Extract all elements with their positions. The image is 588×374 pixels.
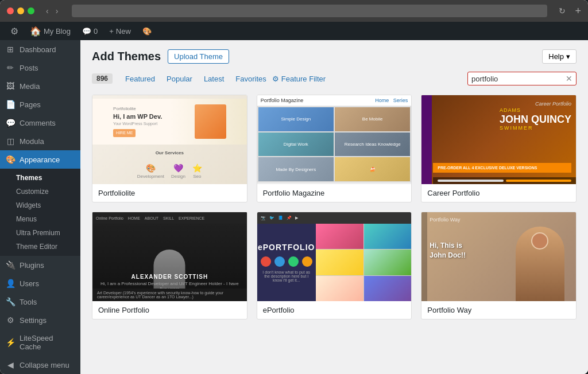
sidebar-item-appearance[interactable]: 🎨 Appearance <box>0 150 80 169</box>
sidebar-item-dashboard[interactable]: ⊞ Dashboard <box>0 40 80 59</box>
sidebar: ⊞ Dashboard ✏ Posts 🖼 Media 📄 Pages 💬 Co… <box>0 40 80 374</box>
feature-filter-label: Feature Filter <box>281 75 326 83</box>
reload-icon[interactable]: ↻ <box>559 6 566 15</box>
page-title: Add Themes <box>92 50 161 63</box>
content-header: Add Themes Upload Theme Help ▾ <box>92 49 577 64</box>
nav-arrows: ‹ › <box>44 5 60 17</box>
theme-card-career-portfolio[interactable]: Career Portfolio ADAMS JOHN QUINCY SWIMM… <box>421 95 577 202</box>
sidebar-label-collapse: Collapse menu <box>20 361 69 369</box>
sidebar-label-tools: Tools <box>20 298 37 306</box>
theme-thumb-eportfolio: 📷🐦📘📌▶ ePORTFOLIO <box>257 212 412 301</box>
theme-card-portfoliolite[interactable]: Portfoliolite Hi, I am WP Dev. Your Word… <box>92 95 247 202</box>
tab-favorites[interactable]: Favorites <box>230 72 272 85</box>
sidebar-item-users[interactable]: 👤 Users <box>0 274 80 293</box>
sidebar-item-comments[interactable]: 💬 Comments <box>0 114 80 132</box>
sidebar-label-users: Users <box>20 279 39 288</box>
tab-latest[interactable]: Latest <box>198 72 230 85</box>
sidebar-sub-customize[interactable]: Customize <box>0 185 80 198</box>
appearance-icon: 🎨 <box>6 155 15 164</box>
theme-name-eportfolio: ePortfolio <box>257 301 412 319</box>
sidebar-item-plugins[interactable]: 🔌 Plugins <box>0 256 80 274</box>
sidebar-item-tools[interactable]: 🔧 Tools <box>0 293 80 311</box>
content-area: Add Themes Upload Theme Help ▾ 896 Featu… <box>80 40 588 374</box>
sidebar-sub-theme-editor[interactable]: Theme Editor <box>0 240 80 254</box>
wp-admin-bar: ⚙ 🏠 My Blog 💬 0 + New 🎨 <box>0 22 588 40</box>
admin-bar-comments[interactable]: 💬 0 <box>76 22 103 40</box>
theme-card-eportfolio[interactable]: 📷🐦📘📌▶ ePORTFOLIO <box>257 212 412 320</box>
sidebar-sub-appearance: Themes Customize Widgets Menus Ultra Pre… <box>0 169 80 256</box>
sidebar-label-litespeed: LiteSpeed Cache <box>20 334 75 351</box>
sidebar-label-comments: Comments <box>20 119 56 127</box>
sidebar-label-modula: Modula <box>20 137 44 146</box>
sub-customize-label: Customize <box>16 188 49 196</box>
sidebar-sub-widgets[interactable]: Widgets <box>0 198 80 212</box>
sub-themes-label: Themes <box>16 174 42 182</box>
forward-button[interactable]: › <box>53 5 61 17</box>
sidebar-sub-menus[interactable]: Menus <box>0 212 80 226</box>
wp-logo-icon: ⚙ <box>10 26 18 37</box>
theme-name-portfoliolite: Portfoliolite <box>92 184 247 202</box>
litespeed-icon: ⚡ <box>6 338 15 347</box>
sidebar-item-litespeed[interactable]: ⚡ LiteSpeed Cache <box>0 329 80 356</box>
sub-widgets-label: Widgets <box>16 201 41 209</box>
sidebar-label-media: Media <box>20 82 40 91</box>
search-input[interactable] <box>471 75 563 83</box>
theme-thumb-career-portfolio: Career Portfolio ADAMS JOHN QUINCY SWIMM… <box>421 95 576 184</box>
admin-bar-new-label: New <box>116 27 131 36</box>
admin-bar-blog-label: My Blog <box>44 27 71 36</box>
admin-bar-wp-logo[interactable]: ⚙ <box>5 22 24 40</box>
tab-popular[interactable]: Popular <box>161 72 198 85</box>
theme-count-badge: 896 <box>92 73 113 84</box>
sidebar-item-media[interactable]: 🖼 Media <box>0 77 80 95</box>
help-button[interactable]: Help ▾ <box>542 49 577 64</box>
theme-card-portfolio-way[interactable]: Portfolio Way Hi, This isJohn Doc!! Port… <box>421 212 577 320</box>
theme-card-portfolio-magazine[interactable]: Portfolio Magazine Home Series Simple De… <box>257 95 412 202</box>
gear-icon: ⚙ <box>272 75 279 83</box>
main-layout: ⊞ Dashboard ✏ Posts 🖼 Media 📄 Pages 💬 Co… <box>0 40 588 374</box>
browser-window: ‹ › ↻ + ⚙ 🏠 My Blog 💬 0 + New 🎨 <box>0 0 588 374</box>
new-tab-button[interactable]: + <box>575 5 581 17</box>
maximize-button[interactable] <box>28 7 34 14</box>
sub-menus-label: Menus <box>16 215 37 223</box>
sidebar-label-plugins: Plugins <box>20 261 44 270</box>
hero-area: Portfoliolite Hi, I am WP Dev. Your Word… <box>92 99 247 145</box>
window-controls <box>7 7 34 14</box>
address-bar[interactable] <box>72 5 547 17</box>
sidebar-label-pages: Pages <box>20 100 41 109</box>
back-button[interactable]: ‹ <box>44 5 51 17</box>
sub-theme-editor-label: Theme Editor <box>16 243 57 251</box>
sidebar-item-collapse[interactable]: ◀ Collapse menu <box>0 356 80 374</box>
titlebar: ‹ › ↻ + <box>0 0 588 22</box>
clear-search-icon[interactable]: ✕ <box>566 74 572 83</box>
sidebar-item-posts[interactable]: ✏ Posts <box>0 59 80 77</box>
theme-name-online-portfolio: Online Portfolio <box>92 301 247 319</box>
sidebar-sub-themes[interactable]: Themes <box>0 171 80 185</box>
tools-icon: 🔧 <box>6 297 15 306</box>
upload-theme-button[interactable]: Upload Theme <box>168 49 229 64</box>
career-sub: SWIMMER <box>500 124 571 132</box>
close-button[interactable] <box>7 7 14 14</box>
home-icon: 🏠 <box>30 26 41 37</box>
help-label: Help <box>548 52 564 61</box>
sidebar-item-settings[interactable]: ⚙ Settings <box>0 311 80 329</box>
career-name: JOHN QUINCY <box>500 114 571 124</box>
minimize-button[interactable] <box>17 7 24 14</box>
admin-bar-my-blog[interactable]: 🏠 My Blog <box>24 22 76 40</box>
customize-icon: 🎨 <box>142 27 152 36</box>
theme-card-online-portfolio[interactable]: Online Portfolio HOMEABOUTSKILLEXPERIENC… <box>92 212 247 320</box>
admin-bar-customize[interactable]: 🎨 <box>137 22 157 40</box>
feature-filter-button[interactable]: ⚙ Feature Filter <box>272 75 326 83</box>
comment-icon: 💬 <box>82 27 91 36</box>
plus-icon: + <box>109 27 114 36</box>
admin-bar-new[interactable]: + New <box>103 22 137 40</box>
media-icon: 🖼 <box>6 81 15 91</box>
theme-name-portfolio-way: Portfolio Way <box>421 301 576 319</box>
sidebar-label-settings: Settings <box>20 316 47 325</box>
settings-icon: ⚙ <box>6 315 15 325</box>
sidebar-item-pages[interactable]: 📄 Pages <box>0 95 80 114</box>
theme-thumb-portfolio-way: Portfolio Way Hi, This isJohn Doc!! <box>421 212 576 301</box>
sidebar-sub-ultra-premium[interactable]: Ultra Premium <box>0 226 80 240</box>
sidebar-label-posts: Posts <box>20 64 38 72</box>
sidebar-item-modula[interactable]: ◫ Modula <box>0 132 80 150</box>
tab-featured[interactable]: Featured <box>119 72 161 85</box>
